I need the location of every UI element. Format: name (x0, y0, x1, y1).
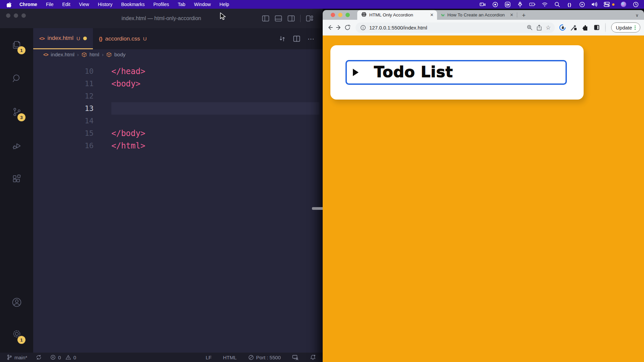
menu-item-profiles[interactable]: Profiles (149, 0, 173, 9)
accordion-summary[interactable]: Todo List (345, 60, 567, 85)
sidebar-item-search[interactable] (0, 62, 33, 95)
split-editor-icon[interactable] (293, 36, 300, 42)
control-center-icon[interactable] (604, 1, 610, 7)
git-untracked-badge: U (143, 36, 147, 42)
camcorder-icon[interactable] (480, 1, 486, 7)
sidebar-item-extensions[interactable] (0, 162, 33, 196)
url-text[interactable]: 127.0.0.1:5500/index.html (369, 25, 523, 31)
editor-tab-index-html[interactable]: <> index.html U (33, 28, 93, 49)
details-marker-icon[interactable] (353, 69, 359, 76)
cube-icon (82, 52, 87, 57)
close-tab-icon[interactable]: ✕ (510, 12, 514, 17)
editor-resize-handle[interactable] (312, 207, 323, 210)
share-icon[interactable] (536, 24, 543, 31)
fullscreen-window-button[interactable] (345, 13, 350, 17)
zoom-icon[interactable] (526, 24, 533, 31)
spotlight-search-icon[interactable] (554, 1, 560, 7)
customize-layout-icon[interactable] (306, 15, 313, 22)
live-server-port[interactable]: Port : 5500 (248, 355, 281, 360)
chrome-toolbar: 127.0.0.1:5500/index.html ☆ (323, 20, 644, 36)
menu-item-view[interactable]: View (75, 0, 94, 9)
tab-search-chevron-icon[interactable]: ∨ (635, 13, 639, 18)
toggle-panel-icon[interactable] (275, 15, 282, 22)
extensions-puzzle-icon[interactable] (582, 23, 589, 32)
reload-button[interactable] (344, 23, 351, 32)
tab-title: How To Create an Accordion (447, 12, 507, 17)
browser-tab-html-only-accordion[interactable]: HTML Only Accordion ✕ (357, 10, 437, 20)
code-line-12[interactable]: 12 (33, 90, 323, 102)
sidebar-item-run-debug[interactable] (0, 129, 33, 162)
git-branch-status[interactable]: main* (7, 354, 27, 360)
live-share-icon[interactable] (292, 355, 299, 360)
battery-charging-icon[interactable] (529, 1, 535, 7)
close-window-button[interactable] (6, 13, 10, 18)
line-number: 14 (33, 117, 94, 125)
vscode-titlebar[interactable]: index.html — html-only-accordion (0, 9, 323, 28)
sidebar-item-source-control[interactable]: 3 (0, 95, 33, 129)
camera-icon[interactable] (504, 1, 511, 7)
wifi-icon[interactable] (542, 1, 548, 7)
address-bar[interactable]: 127.0.0.1:5500/index.html ☆ (356, 22, 555, 33)
editor-tab-accordion-css[interactable]: {} accordion.css U (93, 28, 153, 49)
breadcrumb-body[interactable]: body (114, 52, 126, 58)
apple-menu-icon[interactable] (5, 2, 15, 7)
breadcrumb-html[interactable]: html (90, 52, 99, 58)
siri-icon[interactable] (621, 2, 626, 7)
rocket-icon[interactable] (517, 1, 523, 7)
problems-status[interactable]: 0 0 (50, 355, 76, 360)
record-icon[interactable] (492, 1, 498, 7)
sidebar-item-explorer[interactable]: 1 (0, 28, 33, 62)
play-circle-icon[interactable] (579, 1, 585, 7)
minimize-window-button[interactable] (14, 13, 18, 18)
privacy-extension-icon[interactable] (559, 23, 566, 32)
close-window-button[interactable] (331, 13, 335, 17)
back-button[interactable] (327, 23, 333, 32)
menu-item-edit[interactable]: Edit (58, 0, 74, 9)
close-tab-icon[interactable]: ✕ (430, 12, 434, 17)
more-actions-icon[interactable]: ⋯ (308, 35, 315, 43)
error-count: 0 (58, 355, 61, 360)
macos-menu-bar: Chrome File Edit View History Bookmarks … (0, 0, 644, 9)
menu-item-file[interactable]: File (42, 0, 58, 9)
minimize-window-button[interactable] (338, 13, 342, 17)
settings-gear-icon[interactable]: 1 (0, 318, 33, 350)
code-line-10[interactable]: 10 </head> (33, 65, 323, 77)
toggle-sidebar-icon[interactable] (262, 15, 269, 22)
split-screen-extension-icon[interactable] (593, 23, 600, 32)
code-editor[interactable]: 10 </head> 11 <body> 12 13 (33, 60, 323, 353)
notifications-bell-icon[interactable] (310, 354, 316, 360)
code-line-14[interactable]: 14 (33, 115, 323, 127)
maximize-window-button[interactable] (21, 13, 26, 18)
toggle-secondary-sidebar-icon[interactable] (287, 15, 295, 22)
breadcrumb-file[interactable]: index.html (51, 52, 74, 58)
update-chrome-button[interactable]: Update (611, 22, 640, 33)
sync-status[interactable] (36, 355, 42, 360)
vscode-status-bar: main* 0 0 LF HTML Port : 5500 (0, 353, 323, 362)
menu-item-history[interactable]: History (94, 0, 117, 9)
unsaved-dot-icon[interactable] (83, 37, 87, 40)
menu-item-chrome[interactable]: Chrome (15, 0, 42, 9)
browser-tab-how-to-create-accordion[interactable]: w How To Create an Accordion ✕ (437, 10, 517, 20)
clock-icon[interactable] (633, 1, 639, 7)
account-icon[interactable] (0, 287, 33, 318)
code-text (111, 115, 319, 127)
volume-icon[interactable] (591, 1, 597, 7)
menu-item-tab[interactable]: Tab (173, 0, 190, 9)
code-line-13-current[interactable]: 13 (33, 102, 323, 115)
menu-item-help[interactable]: Help (215, 0, 233, 9)
bookmark-star-icon[interactable]: ☆ (546, 24, 551, 31)
site-info-icon[interactable] (360, 24, 366, 31)
code-braces-icon[interactable]: {} (567, 1, 573, 7)
menu-item-window[interactable]: Window (190, 0, 215, 9)
colorpicker-extension-icon[interactable] (570, 23, 578, 32)
compare-changes-icon[interactable] (279, 35, 286, 42)
new-tab-button[interactable]: + (519, 12, 528, 19)
forward-button[interactable] (335, 23, 342, 32)
language-mode[interactable]: HTML (223, 355, 237, 360)
menu-item-bookmarks[interactable]: Bookmarks (117, 0, 149, 9)
code-line-15[interactable]: 15 </body> (33, 127, 323, 139)
profile-avatar[interactable] (605, 23, 606, 32)
code-line-16[interactable]: 16 </html> (33, 139, 323, 152)
code-line-11[interactable]: 11 <body> (33, 77, 323, 90)
eol-indicator[interactable]: LF (206, 355, 212, 360)
